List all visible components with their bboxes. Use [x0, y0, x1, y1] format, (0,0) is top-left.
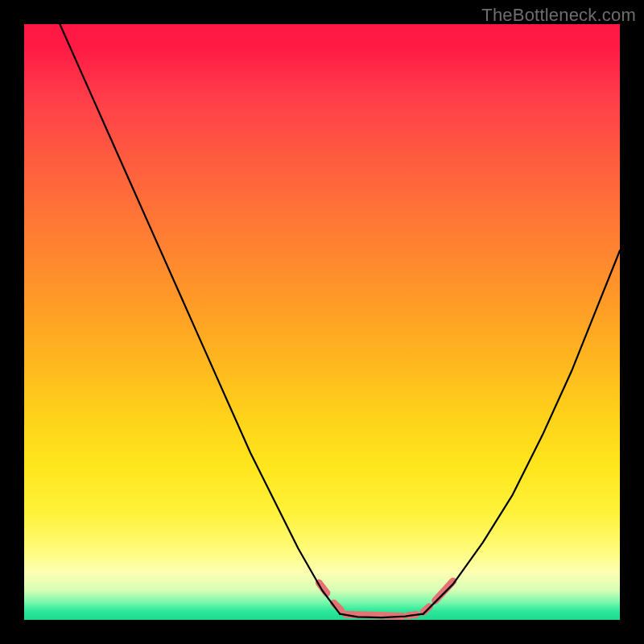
highlight-markers [319, 581, 453, 617]
curve-layer [24, 24, 620, 620]
curve-right-arm [423, 250, 620, 613]
plot-area [24, 24, 620, 620]
curve-series [60, 24, 620, 617]
highlight-segment [436, 581, 453, 601]
watermark-text: TheBottleneck.com [481, 5, 636, 26]
curve-left-arm [60, 24, 340, 614]
chart-frame: TheBottleneck.com [0, 0, 644, 644]
